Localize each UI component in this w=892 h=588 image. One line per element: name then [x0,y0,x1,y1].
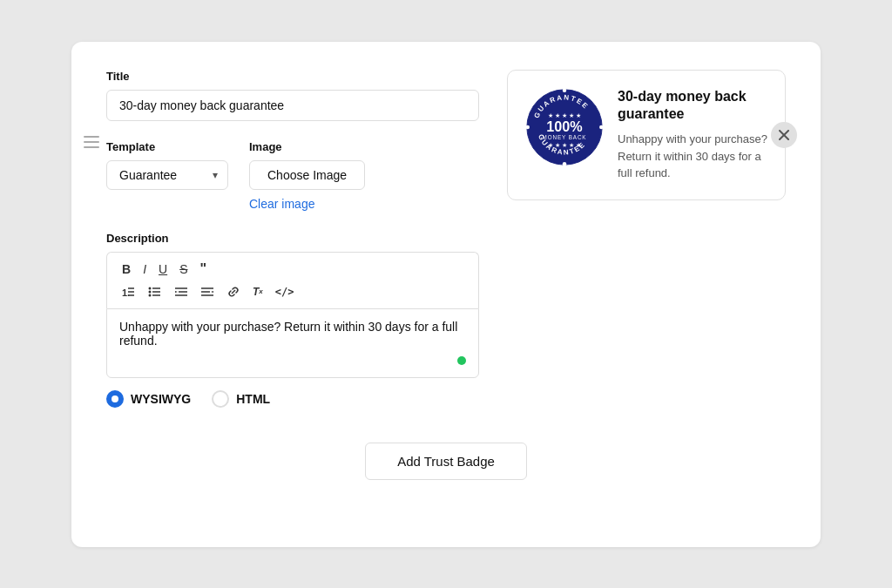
wysiwyg-label: WYSIWYG [131,392,191,406]
remove-button[interactable] [771,122,797,148]
svg-text:100%: 100% [546,118,582,134]
svg-point-24 [563,162,567,166]
description-label: Description [106,232,479,245]
bold-button[interactable]: B [118,260,135,278]
trust-badge-card: Title Template Guarantee Shield Lock Sta… [71,42,821,547]
preview-title: 30-day money back guarantee [618,88,767,125]
html-label: HTML [236,392,270,406]
svg-text:1.: 1. [122,287,130,298]
wysiwyg-radio[interactable] [106,390,124,408]
svg-point-6 [149,294,152,296]
svg-point-4 [149,287,152,289]
preview-description: Unhappy with your purchase? Return it wi… [618,131,767,182]
title-label: Title [106,70,479,83]
bullet-list-button[interactable] [144,282,166,301]
html-radio[interactable] [212,390,229,408]
link-button[interactable] [222,282,245,301]
svg-point-23 [563,88,567,92]
description-text: Unhappy with your purchase? Return it wi… [119,320,457,348]
drag-handle[interactable] [84,136,99,148]
preview-card: GUARANTEE ★ ★ ★ ★ ★ 100% MONEY BACK ★ ★ … [507,70,786,200]
clear-format-button[interactable]: Tx [248,284,267,300]
add-badge-row: Add Trust Badge [106,443,786,480]
svg-text:MONEY BACK: MONEY BACK [543,134,587,140]
image-label: Image [249,140,365,153]
image-section: Image Choose Image Clear image [249,140,365,211]
add-trust-badge-button[interactable]: Add Trust Badge [365,443,527,480]
template-label: Template [106,140,228,153]
html-option[interactable]: HTML [212,390,270,408]
svg-point-5 [149,290,152,293]
italic-button[interactable]: I [139,260,151,278]
right-panel: GUARANTEE ★ ★ ★ ★ ★ 100% MONEY BACK ★ ★ … [507,70,786,408]
code-button[interactable]: </> [271,284,299,300]
preview-content: 30-day money back guarantee Unhappy with… [618,88,767,182]
wysiwyg-option[interactable]: WYSIWYG [106,390,191,408]
left-panel: Title Template Guarantee Shield Lock Sta… [106,70,479,408]
strikethrough-button[interactable]: S [175,260,192,278]
template-select[interactable]: Guarantee Shield Lock Star [106,160,228,190]
underline-button[interactable]: U [154,260,172,278]
title-input[interactable] [106,90,479,121]
green-dot-indicator [457,356,466,365]
indent-left-button[interactable] [170,282,193,301]
svg-point-25 [525,125,530,129]
quote-button[interactable]: " [195,260,211,279]
choose-image-button[interactable]: Choose Image [249,160,365,190]
description-section: Description B I U S " 1. [106,232,479,378]
editor-mode-row: WYSIWYG HTML [106,390,479,408]
svg-point-26 [599,125,604,129]
editor-content[interactable]: Unhappy with your purchase? Return it wi… [106,308,479,378]
ordered-list-button[interactable]: 1. [118,282,140,301]
indent-right-button[interactable] [196,282,219,301]
editor-toolbar: B I U S " 1. [106,252,479,308]
guarantee-badge: GUARANTEE ★ ★ ★ ★ ★ 100% MONEY BACK ★ ★ … [525,88,604,166]
clear-image-link[interactable]: Clear image [249,197,365,211]
template-section: Template Guarantee Shield Lock Star ▾ [106,140,228,190]
